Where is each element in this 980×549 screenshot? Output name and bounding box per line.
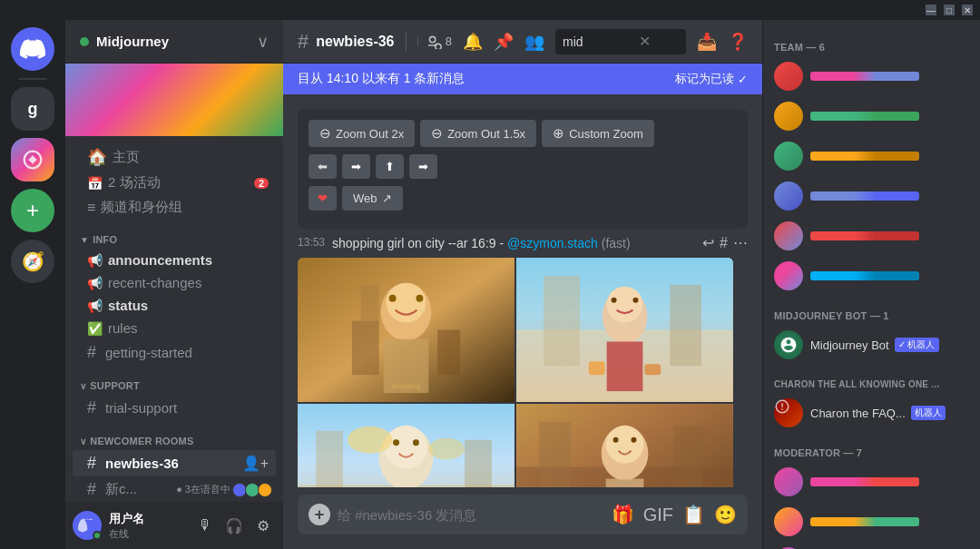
svg-rect-35: [539, 422, 571, 487]
arrow-buttons-row: ⬅ ➡ ⬆ ➡: [309, 154, 737, 179]
channel-item-trial-support[interactable]: # trial-support: [73, 395, 276, 421]
search-bar[interactable]: ✕: [555, 29, 686, 54]
arrow-left-button[interactable]: ⬅: [309, 154, 337, 179]
zoom-out-1-5x-button[interactable]: ⊖ Zoom Out 1.5x: [420, 120, 536, 147]
member-item-team3[interactable]: [767, 136, 976, 176]
app-layout: g + 🧭 Midjourney ∨ 🏠 主页: [0, 20, 980, 549]
thread-icon[interactable]: #: [720, 235, 728, 251]
reply-icon[interactable]: ↩: [702, 234, 714, 251]
mark-read-label: 标记为已读: [675, 71, 734, 87]
server-icon-g[interactable]: g: [11, 87, 54, 131]
member-name-bar-t3: [810, 152, 919, 161]
server-divider: [18, 78, 47, 80]
section-header-info[interactable]: ▼ INFO: [65, 220, 283, 249]
mark-read-button[interactable]: 标记为已读 ✓: [675, 71, 748, 87]
nav-item-channels-roles[interactable]: ≡ 频道和身份组: [73, 195, 276, 220]
svg-rect-7: [352, 321, 379, 376]
member-avatar-mod2: [774, 507, 803, 536]
svg-point-5: [389, 295, 397, 302]
message-hover-actions: ↩ # ⋯: [702, 234, 748, 251]
mute-button[interactable]: 🎙: [192, 513, 218, 538]
home-icon: 🏠: [87, 147, 107, 167]
server-icon-midjourney[interactable]: [11, 138, 54, 181]
member-item-team1[interactable]: [767, 56, 976, 96]
arrow-right-1-button[interactable]: ➡: [342, 154, 370, 179]
section-chevron-info: ▼: [80, 235, 89, 245]
mj-bot-badge: ✓ 机器人: [895, 338, 939, 352]
member-item-team5[interactable]: [767, 216, 976, 256]
deafen-button[interactable]: 🎧: [221, 513, 247, 538]
member-item-mod1[interactable]: [767, 462, 976, 502]
message-input[interactable]: [338, 507, 604, 523]
server-header[interactable]: Midjourney ∨: [65, 20, 283, 64]
notification-bell-icon[interactable]: 🔔: [463, 32, 483, 52]
channel-item-announcements[interactable]: 📢 announcements: [73, 249, 276, 271]
arrow-up-icon: ⬆: [385, 160, 395, 173]
member-item-mod2[interactable]: [767, 502, 976, 542]
member-name-bar-mod2: [810, 517, 919, 526]
channel-item-recent-changes[interactable]: 📢 recent-changes: [73, 271, 276, 294]
member-name-bar-t5: [810, 231, 919, 240]
zoom-buttons-row: ⊖ Zoom Out 2x ⊖ Zoom Out 1.5x ⊕ Custom Z…: [309, 120, 737, 147]
pin-icon[interactable]: 📌: [494, 32, 514, 52]
right-sidebar: TEAM — 6: [762, 20, 980, 549]
channel-item-getting-started[interactable]: # getting-started: [73, 339, 276, 366]
member-item-team2[interactable]: [767, 96, 976, 136]
gift-icon[interactable]: 🎁: [612, 504, 634, 525]
search-input[interactable]: [563, 34, 635, 49]
image-1: shopping: [298, 258, 514, 402]
author-link[interactable]: @szymon.stach: [507, 236, 598, 250]
svg-point-31: [348, 426, 393, 454]
channel-item-rules[interactable]: ✅ rules: [73, 317, 276, 339]
minimize-button[interactable]: —: [926, 5, 936, 15]
help-icon[interactable]: ❓: [728, 32, 748, 52]
nav-item-events[interactable]: 📅 2 场活动 2: [73, 171, 276, 195]
rules-icon: ✅: [87, 321, 103, 336]
maximize-button[interactable]: □: [944, 5, 955, 15]
gif-icon[interactable]: GIF: [643, 505, 673, 525]
charon-bot-name: Charon the FAQ...: [810, 407, 906, 420]
user-bar: 用户名 在线 🎙 🎧 ⚙: [65, 502, 283, 549]
member-item-charon[interactable]: Charon the FAQ... 机器人: [767, 393, 976, 433]
inbox-icon[interactable]: 📥: [697, 32, 717, 52]
messages-area[interactable]: ⊖ Zoom Out 2x ⊖ Zoom Out 1.5x ⊕ Custom Z…: [283, 94, 762, 487]
close-button[interactable]: ✕: [962, 5, 973, 15]
web-button[interactable]: Web ↗: [342, 186, 403, 211]
svg-rect-25: [465, 440, 492, 487]
add-member-icon[interactable]: 👤+: [242, 455, 269, 472]
section-header-mj-bot: MIDJOURNEY BOT — 1: [763, 296, 980, 325]
arrow-right-2-button[interactable]: ➡: [409, 154, 437, 179]
channel-item-newcomer-2[interactable]: # 新c... ● 3在语音中: [73, 476, 276, 502]
member-item-mj-bot[interactable]: Midjourney Bot ✓ 机器人: [767, 325, 976, 365]
attach-file-button[interactable]: +: [309, 504, 330, 525]
svg-point-19: [632, 298, 638, 303]
add-members-icon[interactable]: 👥: [524, 32, 544, 52]
discord-home-icon[interactable]: [11, 27, 54, 71]
channel-item-newbies-36[interactable]: # newbies-36 👤+: [73, 450, 276, 476]
channel-sidebar: Midjourney ∨ 🏠 主页 📅 2 场活动 2 ≡ 频道和身份组: [65, 20, 283, 549]
emoji-icon[interactable]: 🙂: [714, 504, 737, 525]
arrow-left-icon: ⬅: [318, 160, 328, 173]
sticker-icon[interactable]: 📋: [682, 504, 705, 525]
user-avatar[interactable]: [73, 511, 102, 540]
section-header-newcomer[interactable]: ∨ NEWCOMER ROOMS: [65, 421, 283, 450]
members-icon[interactable]: 8: [426, 34, 452, 49]
custom-zoom-button[interactable]: ⊕ Custom Zoom: [542, 120, 654, 147]
arrow-up-button[interactable]: ⬆: [376, 154, 404, 179]
member-item-mod3[interactable]: [767, 542, 976, 549]
more-options-icon[interactable]: ⋯: [733, 234, 748, 251]
nav-item-home[interactable]: 🏠 主页: [73, 143, 276, 171]
settings-button[interactable]: ⚙: [250, 513, 276, 538]
member-avatar-t6: [774, 261, 803, 290]
notification-bar: 目从 14:10 以来有 1 条新消息 标记为已读 ✓: [283, 64, 762, 94]
section-header-support[interactable]: ∨ SUPPORT: [65, 366, 283, 395]
member-item-team4[interactable]: [767, 176, 976, 216]
channel-item-status[interactable]: 📢 status: [73, 294, 276, 317]
image-2: [516, 258, 733, 402]
heart-button[interactable]: ❤: [309, 186, 337, 211]
section-header-moderator: MODERATOR — 7: [763, 433, 980, 462]
add-server-icon[interactable]: +: [11, 189, 54, 232]
explore-servers-icon[interactable]: 🧭: [11, 240, 54, 283]
zoom-out-2x-button[interactable]: ⊖ Zoom Out 2x: [309, 120, 415, 147]
member-item-team6[interactable]: [767, 256, 976, 296]
